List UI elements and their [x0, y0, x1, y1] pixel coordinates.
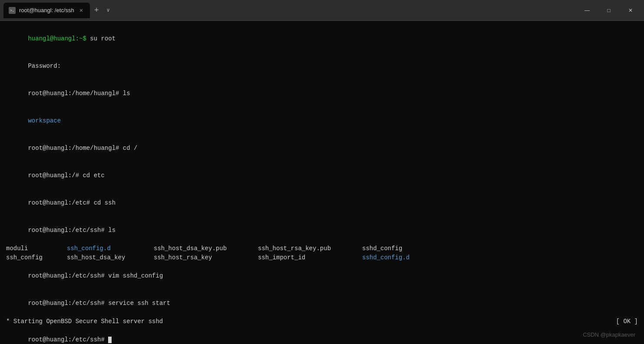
tab-title: root@huangl: /etc/ssh: [19, 7, 74, 13]
prompt-8: root@huangl:/etc/ssh#: [28, 227, 108, 234]
cmd-7: cd ssh: [94, 199, 116, 206]
ls-moduli: moduli: [6, 244, 67, 253]
service-start-text: * Starting OpenBSD Secure Shell server s…: [6, 317, 163, 326]
terminal-body[interactable]: huangl@huangl:~$ su root Password: root@…: [0, 21, 644, 344]
line-6: root@huangl:/# cd etc: [6, 162, 638, 189]
ls-ssh-config: ssh_config: [6, 253, 67, 262]
active-tab[interactable]: root@huangl: /etc/ssh ✕: [3, 3, 90, 18]
tab-dropdown-button[interactable]: ∨: [103, 5, 113, 15]
prompt-3: root@huangl:/home/huangl#: [28, 90, 122, 97]
ls-ssh-host-rsa-key: ssh_host_rsa_key: [154, 253, 258, 262]
line-13-service-start: * Starting OpenBSD Secure Shell server s…: [6, 317, 638, 326]
ls-ssh-host-dsa-key-pub: ssh_host_dsa_key.pub: [154, 244, 258, 253]
prompt-6: root@huangl:/#: [28, 172, 83, 179]
ls-ssh-host-rsa-key-pub: ssh_host_rsa_key.pub: [258, 244, 362, 253]
prompt-12: root@huangl:/etc/ssh#: [28, 300, 108, 307]
cmd-5: cd /: [123, 145, 138, 152]
line-3: root@huangl:/home/huangl# ls: [6, 80, 638, 107]
cmd-3: ls: [123, 90, 130, 97]
cursor: [108, 337, 112, 343]
cmd-12: service ssh start: [108, 300, 170, 307]
prompt-7: root@huangl:/etc#: [28, 199, 93, 206]
line-4-workspace: workspace: [6, 107, 638, 135]
line-11: root@huangl:/etc/ssh# vim sshd_config: [6, 262, 638, 290]
tab-area: root@huangl: /etc/ssh ✕ + ∨: [3, 3, 577, 18]
prompt-11: root@huangl:/etc/ssh#: [28, 272, 108, 279]
line-1: huangl@huangl:~$ su root: [6, 25, 638, 53]
cmd-1: su root: [90, 35, 116, 42]
maximize-button[interactable]: □: [599, 3, 619, 17]
ls-ssh-host-dsa-key: ssh_host_dsa_key: [67, 253, 154, 262]
line-5: root@huangl:/home/huangl# cd /: [6, 135, 638, 162]
line-7: root@huangl:/etc# cd ssh: [6, 189, 638, 217]
watermark: CSDN @pkapkaever: [583, 331, 635, 339]
prompt-5: root@huangl:/home/huangl#: [28, 145, 122, 152]
terminal-icon: [9, 7, 16, 14]
cmd-8: ls: [108, 227, 116, 234]
ls-ssh-import-id: ssh_import_id: [258, 253, 362, 262]
cmd-11: vim sshd_config: [108, 272, 163, 279]
minimize-button[interactable]: —: [577, 3, 597, 17]
line-8: root@huangl:/etc/ssh# ls: [6, 217, 638, 244]
dir-workspace: workspace: [28, 117, 61, 124]
ls-sshd-config-d: sshd_config.d: [362, 253, 410, 262]
window-controls: — □ ✕: [577, 3, 641, 17]
prompt-1: huangl@huangl:~$: [28, 35, 90, 42]
ls-ssh-config-d: ssh_config.d: [67, 244, 154, 253]
ok-badge: [ OK ]: [616, 317, 638, 326]
new-tab-button[interactable]: +: [90, 4, 103, 17]
ls-output-row1: moduli ssh_config.d ssh_host_dsa_key.pub…: [6, 244, 638, 253]
password-prompt: Password:: [28, 63, 61, 69]
cmd-6: cd etc: [83, 172, 104, 179]
prompt-14: root@huangl:/etc/ssh#: [28, 336, 108, 343]
ls-sshd-config: sshd_config: [362, 244, 402, 253]
terminal-window: root@huangl: /etc/ssh ✕ + ∨ — □ ✕ huangl…: [0, 0, 644, 344]
line-12: root@huangl:/etc/ssh# service ssh start: [6, 290, 638, 317]
tab-close-button[interactable]: ✕: [78, 6, 85, 15]
line-14-prompt: root@huangl:/etc/ssh#: [6, 326, 638, 344]
line-2: Password:: [6, 53, 638, 80]
window-close-button[interactable]: ✕: [621, 3, 641, 17]
titlebar: root@huangl: /etc/ssh ✕ + ∨ — □ ✕: [0, 0, 644, 21]
ls-output-row2: ssh_config ssh_host_dsa_key ssh_host_rsa…: [6, 253, 638, 262]
